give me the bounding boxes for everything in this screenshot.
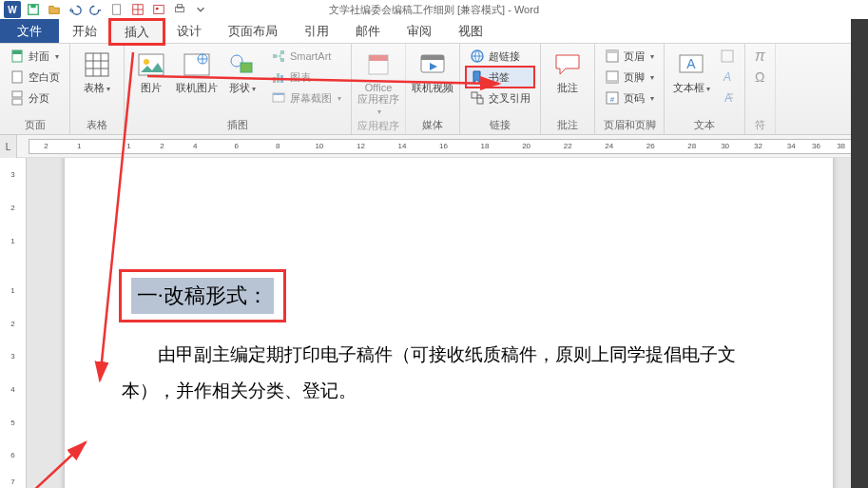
online-picture-label: 联机图片 (176, 82, 218, 93)
hyperlink-button[interactable]: 超链接 (466, 46, 534, 67)
svg-point-21 (144, 59, 149, 65)
group-comments-label: 批注 (547, 116, 588, 132)
picture-qat-icon[interactable] (150, 1, 167, 18)
tab-design[interactable]: 设计 (164, 19, 215, 43)
page-number-button[interactable]: #页码▾ (601, 88, 658, 108)
group-media-label: 媒体 (412, 116, 453, 132)
quick-access-toolbar: W (0, 1, 213, 18)
textbox-icon: A (676, 49, 706, 80)
document-page[interactable]: 一·改稿形式： 由甲副主编定期打印电子稿件（可接收纸质稿件，原则上同学提倡电子文… (65, 158, 833, 488)
group-symbols-label: 符 (751, 116, 769, 132)
svg-text:A: A (723, 70, 731, 84)
cover-page-icon (10, 49, 25, 64)
symbol-icon: Ω (755, 69, 764, 85)
equation-button[interactable]: π (751, 46, 769, 67)
svg-rect-40 (477, 98, 483, 104)
tab-references[interactable]: 引用 (291, 19, 342, 43)
page-break-label: 分页 (29, 91, 49, 106)
tab-file[interactable]: 文件 (0, 19, 59, 43)
doc-heading[interactable]: 一·改稿形式： (131, 278, 274, 314)
print-preview-icon[interactable] (171, 1, 188, 18)
blank-page-icon (10, 69, 25, 85)
ruler-horizontal[interactable]: L 2 1 1 2 4 6 8 10 12 14 16 18 20 22 24 … (0, 135, 868, 158)
chart-label: 图表 (290, 70, 311, 85)
online-video-button[interactable]: 联机视频 (412, 46, 453, 93)
tab-review[interactable]: 审阅 (394, 19, 445, 43)
crossref-button[interactable]: 交叉引用 (466, 88, 534, 108)
online-picture-icon (182, 49, 212, 80)
svg-rect-31 (280, 75, 283, 83)
svg-rect-11 (12, 50, 22, 54)
header-label: 页眉 (624, 49, 645, 64)
ruler-corner[interactable]: L (0, 135, 17, 158)
table-icon[interactable] (129, 1, 146, 18)
group-symbols: π Ω 符 (745, 44, 776, 134)
svg-rect-14 (12, 99, 22, 105)
office-apps-button[interactable]: Office应用程序▾ (357, 46, 399, 117)
page-break-button[interactable]: 分页 (6, 88, 64, 108)
picture-icon (136, 49, 166, 80)
shapes-button[interactable]: 形状▾ (222, 46, 263, 94)
chevron-down-icon: ▾ (650, 52, 654, 61)
shapes-label: 形状 (229, 82, 250, 93)
footer-button[interactable]: 页脚▾ (601, 67, 658, 88)
dropcap-button[interactable]: A (716, 88, 739, 108)
online-video-label: 联机视频 (412, 82, 453, 93)
online-picture-button[interactable]: 联机图片 (176, 46, 218, 93)
new-doc-icon[interactable] (108, 1, 125, 18)
svg-text:#: # (610, 95, 615, 104)
open-icon[interactable] (46, 1, 63, 18)
screenshot-icon (271, 90, 286, 106)
chevron-down-icon: ▾ (338, 94, 341, 103)
save-icon[interactable] (25, 1, 42, 18)
svg-rect-27 (280, 50, 284, 54)
tab-view[interactable]: 视图 (445, 19, 496, 43)
screenshot-button[interactable]: 屏幕截图▾ (267, 88, 345, 108)
picture-button[interactable]: 图片 (130, 46, 172, 93)
tab-mailings[interactable]: 邮件 (342, 19, 394, 43)
redo-icon[interactable] (87, 1, 105, 18)
tab-insert[interactable]: 插入 (110, 20, 164, 44)
cover-page-button[interactable]: 封面▾ (6, 46, 64, 67)
doc-paragraph[interactable]: 由甲副主编定期打印电子稿件（可接收纸质稿件，原则上同学提倡电子文本），并作相关分… (122, 337, 776, 409)
svg-rect-25 (241, 63, 252, 72)
svg-rect-6 (154, 6, 164, 14)
symbol-button[interactable]: Ω (751, 67, 769, 88)
ruler-vertical[interactable]: 3 2 1 1 2 3 4 5 6 7 (0, 158, 27, 488)
blank-page-button[interactable]: 空白页 (6, 67, 64, 88)
document-area: 3 2 1 1 2 3 4 5 6 7 一·改稿形式： 由甲副主编定期打印电子稿… (0, 158, 868, 488)
equation-icon: π (755, 48, 765, 65)
header-button[interactable]: 页眉▾ (601, 46, 658, 67)
svg-rect-42 (607, 50, 618, 53)
hyperlink-icon (470, 49, 485, 64)
chevron-down-icon: ▾ (706, 85, 710, 93)
crossref-label: 交叉引用 (489, 91, 530, 106)
page-scroll-area[interactable]: 一·改稿形式： 由甲副主编定期打印电子稿件（可接收纸质稿件，原则上同学提倡电子文… (27, 158, 868, 488)
chart-icon (271, 69, 286, 85)
smartart-button[interactable]: SmartArt (267, 46, 345, 67)
group-media: 联机视频 媒体 (406, 44, 460, 134)
tab-layout[interactable]: 页面布局 (215, 19, 291, 43)
chevron-down-icon: ▾ (55, 52, 59, 61)
word-app-icon[interactable]: W (4, 1, 21, 18)
qat-customize-icon[interactable] (192, 1, 209, 18)
vertical-scrollbar[interactable] (851, 19, 868, 488)
comment-button[interactable]: 批注 (547, 46, 588, 93)
svg-rect-30 (277, 73, 280, 83)
bookmark-label: 书签 (489, 70, 510, 85)
textbox-button[interactable]: A文本框▾ (670, 46, 712, 94)
svg-rect-49 (722, 50, 733, 62)
window-title: 文学社编委会编稿工作细则 [兼容模式] - Word (329, 3, 539, 17)
bookmark-button[interactable]: 书签 (466, 67, 534, 88)
undo-icon[interactable] (67, 1, 84, 18)
table-large-icon (82, 49, 112, 80)
wordart-button[interactable]: A (716, 67, 739, 88)
chart-button[interactable]: 图表 (267, 67, 345, 88)
page-break-icon (10, 90, 25, 106)
svg-rect-15 (86, 53, 108, 76)
table-button[interactable]: 表格▾ (76, 46, 118, 94)
office-apps-icon (363, 49, 394, 80)
tab-home[interactable]: 开始 (59, 19, 110, 43)
quick-parts-button[interactable] (716, 46, 739, 67)
svg-rect-33 (273, 93, 284, 95)
